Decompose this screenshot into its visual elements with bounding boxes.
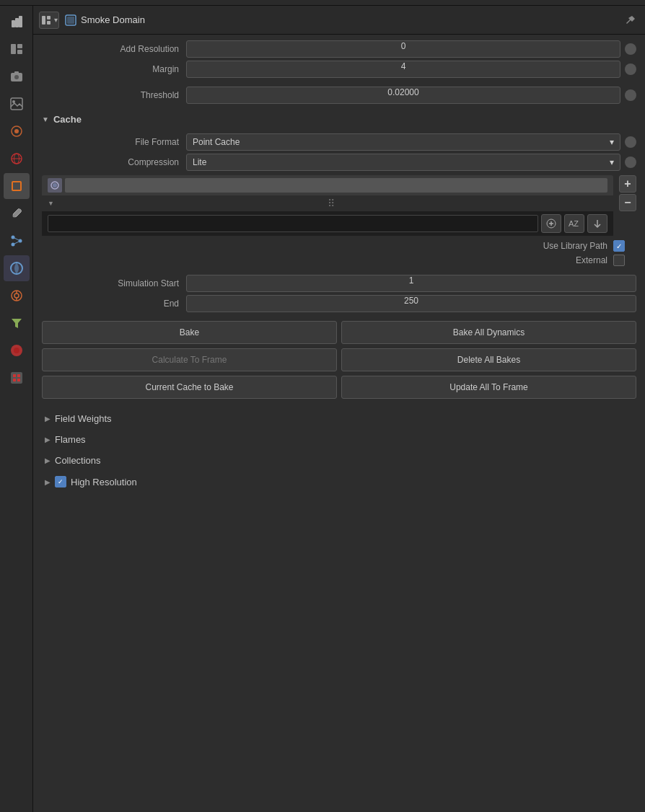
path-add-icon[interactable]	[541, 214, 561, 233]
margin-input[interactable]: 4	[186, 61, 620, 78]
panel-type-button[interactable]: ▾	[39, 12, 59, 29]
high-resolution-checkbox[interactable]: ✓	[55, 476, 66, 487]
top-bar	[0, 0, 645, 6]
svg-rect-16	[12, 182, 21, 190]
field-weights-arrow: ▶	[45, 415, 51, 423]
panel-title: Smoke Domain	[81, 14, 616, 25]
sidebar-icon-tools[interactable]	[4, 9, 30, 35]
svg-rect-36	[42, 16, 45, 25]
compression-label: Compression	[42, 157, 186, 167]
path-input-bar	[65, 178, 607, 193]
path-plus-button[interactable]: +	[619, 175, 636, 193]
svg-rect-9	[11, 98, 22, 110]
sidebar-icon-wrench[interactable]	[4, 200, 30, 226]
svg-rect-33	[17, 374, 20, 377]
threshold-row: Threshold 0.02000	[42, 87, 636, 104]
file-format-arrow: ▾	[610, 137, 614, 147]
use-library-path-label: Use Library Path	[543, 241, 607, 251]
sim-start-input[interactable]: 1	[186, 275, 636, 292]
path-subrow-triangle: ▼	[48, 200, 54, 207]
path-sort-down-icon[interactable]	[587, 214, 607, 233]
file-format-dropdown[interactable]: Point Cache ▾	[186, 133, 620, 151]
svg-line-21	[13, 237, 20, 241]
cache-section-label: Cache	[53, 114, 82, 125]
sidebar-icon-filter[interactable]	[4, 310, 30, 336]
sim-end-label: End	[42, 299, 186, 309]
threshold-input[interactable]: 0.02000	[186, 87, 620, 104]
pin-button[interactable]	[622, 12, 639, 29]
flames-label: Flames	[55, 434, 86, 445]
compression-dropdown[interactable]: Lite ▾	[186, 154, 620, 171]
collections-section[interactable]: ▶ Collections	[42, 451, 636, 470]
sidebar-icon-object[interactable]	[4, 173, 30, 199]
margin-label: Margin	[42, 64, 186, 74]
svg-point-17	[12, 215, 15, 218]
file-format-row: File Format Point Cache ▾	[42, 133, 636, 151]
path-sort-az-icon[interactable]: AZ	[564, 214, 584, 233]
delete-all-bakes-button[interactable]: Delete All Bakes	[341, 348, 636, 371]
sidebar	[0, 6, 33, 812]
compression-value: Lite	[193, 157, 206, 167]
compression-arrow: ▾	[610, 157, 614, 167]
path-text-input[interactable]	[48, 215, 538, 232]
current-cache-to-bake-button[interactable]: Current Cache to Bake	[42, 376, 337, 399]
add-resolution-input[interactable]: 0	[186, 40, 620, 58]
svg-rect-34	[13, 379, 16, 381]
sidebar-icon-object-data[interactable]	[4, 337, 30, 363]
svg-rect-35	[17, 379, 20, 381]
margin-dot[interactable]	[625, 63, 636, 75]
file-format-value: Point Cache	[193, 137, 240, 147]
compression-row: Compression Lite ▾	[42, 154, 636, 171]
path-icon	[48, 178, 62, 193]
sidebar-icon-camera[interactable]	[4, 63, 30, 89]
file-format-dot[interactable]	[625, 136, 636, 148]
bake-all-dynamics-button[interactable]: Bake All Dynamics	[341, 321, 636, 344]
sidebar-icon-modifier[interactable]	[4, 36, 30, 62]
calculate-row: Calculate To Frame Delete All Bakes	[42, 348, 636, 371]
sim-start-label: Simulation Start	[42, 278, 186, 288]
update-all-to-frame-button[interactable]: Update All To Frame	[341, 376, 636, 399]
use-library-path-checkbox[interactable]: ✓	[613, 240, 625, 252]
panel-header: ▾ Smoke Domain	[33, 6, 645, 35]
flames-section[interactable]: ▶ Flames	[42, 430, 636, 449]
compression-dot[interactable]	[625, 156, 636, 168]
calculate-to-frame-button[interactable]: Calculate To Frame	[42, 348, 337, 371]
add-resolution-dot[interactable]	[625, 43, 636, 55]
sim-end-input[interactable]: 250	[186, 295, 636, 312]
svg-rect-5	[17, 50, 22, 54]
svg-rect-37	[47, 16, 51, 19]
external-label: External	[576, 255, 607, 265]
sidebar-icon-image[interactable]	[4, 91, 30, 117]
svg-rect-4	[17, 44, 22, 48]
path-input-field: AZ	[42, 211, 613, 236]
margin-row: Margin 4	[42, 61, 636, 78]
external-checkbox[interactable]	[613, 255, 625, 266]
collections-arrow: ▶	[45, 456, 51, 464]
path-minus-button[interactable]: −	[619, 194, 636, 211]
svg-rect-32	[13, 374, 16, 377]
add-resolution-label: Add Resolution	[42, 44, 186, 54]
svg-text:AZ: AZ	[569, 219, 579, 228]
high-resolution-section[interactable]: ▶ ✓ High Resolution	[42, 472, 636, 492]
main-content: ▾ Smoke Domain Add Resolution	[33, 6, 645, 812]
path-row: ▼ ⠿	[42, 175, 636, 236]
sidebar-icon-physics[interactable]	[4, 255, 30, 281]
sidebar-icon-constraints[interactable]	[4, 283, 30, 309]
svg-point-25	[14, 294, 19, 298]
svg-point-30	[14, 348, 19, 353]
svg-rect-2	[19, 16, 22, 27]
sidebar-icon-nodes[interactable]	[4, 228, 30, 254]
external-row: External	[42, 255, 636, 266]
path-main: ▼ ⠿	[42, 175, 613, 236]
svg-point-12	[14, 129, 19, 133]
sidebar-icon-material[interactable]	[4, 118, 30, 144]
sidebar-icon-render[interactable]	[4, 365, 30, 391]
cache-section-header[interactable]: ▼ Cache	[42, 110, 636, 129]
cache-arrow: ▼	[42, 115, 49, 123]
sidebar-icon-world[interactable]	[4, 146, 30, 172]
svg-rect-31	[11, 372, 22, 384]
threshold-dot[interactable]	[625, 89, 636, 101]
field-weights-section[interactable]: ▶ Field Weights	[42, 409, 636, 428]
field-weights-label: Field Weights	[55, 413, 112, 424]
bake-button[interactable]: Bake	[42, 321, 337, 344]
